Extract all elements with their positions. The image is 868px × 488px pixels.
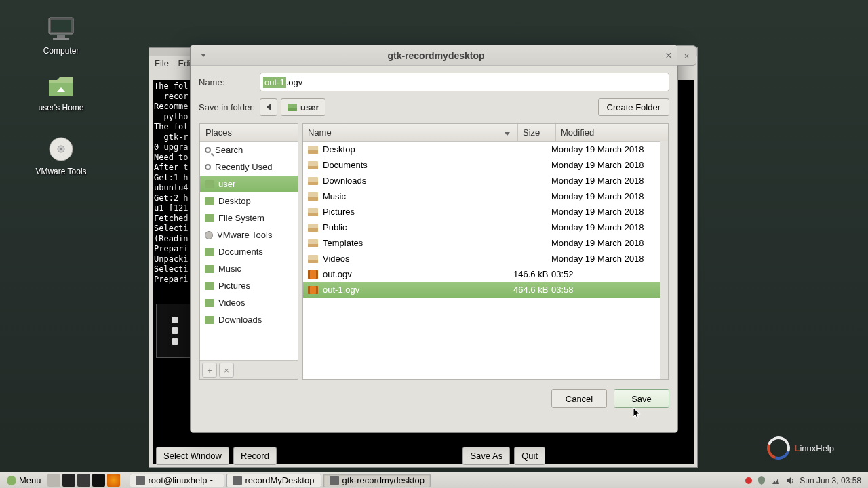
- places-item-videos[interactable]: Videos: [200, 294, 298, 311]
- linuxhelp-logo-icon: [764, 432, 794, 463]
- file-modified: Monday 19 March 2018: [551, 253, 663, 264]
- save-as-button[interactable]: Save As: [462, 447, 510, 465]
- desktop-icon-label: user's Home: [34, 103, 88, 113]
- taskbar-task-recordmydesktop[interactable]: recordMyDesktop: [226, 474, 321, 487]
- close-icon[interactable]: ×: [660, 49, 677, 62]
- file-row-public[interactable]: PublicMonday 19 March 2018: [303, 220, 668, 235]
- column-modified-header[interactable]: Modified: [556, 124, 668, 141]
- places-item-label: Music: [218, 264, 241, 274]
- folder-icon: [288, 104, 297, 111]
- file-row-downloads[interactable]: DownloadsMonday 19 March 2018: [303, 173, 668, 188]
- create-folder-button[interactable]: Create Folder: [598, 98, 669, 116]
- file-row-music[interactable]: MusicMonday 19 March 2018: [303, 188, 668, 204]
- file-modified: Monday 19 March 2018: [551, 238, 663, 248]
- folder-icon: [308, 239, 318, 247]
- svg-rect-1: [51, 20, 71, 32]
- shield-icon[interactable]: [757, 476, 766, 485]
- cancel-button[interactable]: Cancel: [551, 389, 607, 408]
- remove-bookmark-button[interactable]: ×: [219, 363, 234, 378]
- terminal-launcher-icon[interactable]: [62, 474, 75, 487]
- file-name: Documents: [323, 160, 513, 170]
- file-name: Desktop: [323, 144, 513, 155]
- desktop-icon-home[interactable]: user's Home: [34, 72, 88, 113]
- places-item-label: Desktop: [218, 196, 251, 206]
- video-icon: [308, 286, 318, 294]
- volume-icon[interactable]: [785, 476, 795, 485]
- files-launcher-icon[interactable]: [77, 474, 90, 487]
- folder-icon: [205, 248, 214, 256]
- file-row-documents[interactable]: DocumentsMonday 19 March 2018: [303, 157, 668, 173]
- places-item-label: VMware Tools: [217, 230, 272, 240]
- file-list-scrollbar[interactable]: [660, 141, 668, 379]
- column-size-header[interactable]: Size: [518, 124, 556, 141]
- task-label: recordMyDesktop: [245, 475, 315, 485]
- file-row-pictures[interactable]: PicturesMonday 19 March 2018: [303, 204, 668, 220]
- svg-point-6: [60, 148, 62, 150]
- places-panel: Places SearchRecently UseduserDesktopFil…: [199, 123, 298, 380]
- places-item-search[interactable]: Search: [200, 142, 298, 159]
- filename-input[interactable]: out-1.ogv: [260, 73, 669, 92]
- record-button[interactable]: Record: [233, 447, 277, 465]
- path-crumb-user[interactable]: user: [281, 98, 326, 116]
- file-modified: 03:52: [551, 269, 663, 279]
- places-item-documents[interactable]: Documents: [200, 243, 298, 260]
- places-item-recently-used[interactable]: Recently Used: [200, 159, 298, 176]
- select-window-button[interactable]: Select Window: [156, 447, 229, 465]
- show-desktop-icon[interactable]: [47, 474, 60, 487]
- folder-icon: [205, 197, 214, 205]
- network-icon[interactable]: [771, 476, 781, 485]
- add-bookmark-button[interactable]: +: [202, 363, 217, 378]
- folder-icon: [205, 214, 214, 222]
- path-back-button[interactable]: [260, 98, 277, 116]
- folder-icon: [308, 161, 318, 169]
- svg-rect-3: [53, 38, 69, 40]
- file-row-videos[interactable]: VideosMonday 19 March 2018: [303, 251, 668, 266]
- parent-close-icon[interactable]: ×: [677, 45, 696, 66]
- recordmydesktop-controls: Select Window Record Save As Quit: [156, 445, 549, 466]
- file-row-out-1-ogv[interactable]: out-1.ogv464.6 kB03:58: [303, 282, 668, 298]
- folder-icon: [308, 192, 318, 201]
- file-row-templates[interactable]: TemplatesMonday 19 March 2018: [303, 235, 668, 251]
- taskbar-task-gtk-recordmydesktop[interactable]: gtk-recordmydesktop: [323, 474, 431, 487]
- clock[interactable]: Sun Jun 3, 03:58: [800, 476, 861, 485]
- menu-button[interactable]: Menu: [3, 474, 45, 487]
- filename-selected-text: out-1: [263, 77, 286, 88]
- file-name: Pictures: [323, 207, 513, 217]
- file-modified: Monday 19 March 2018: [551, 191, 663, 201]
- desktop-icon-vmware[interactable]: VMware Tools: [34, 136, 88, 176]
- places-item-pictures[interactable]: Pictures: [200, 277, 298, 294]
- task-app-icon: [136, 476, 145, 485]
- terminal2-launcher-icon[interactable]: [92, 474, 105, 487]
- window-menu-icon[interactable]: [195, 49, 212, 62]
- taskbar-task-root-linuxhelp-[interactable]: root@linuxhelp ~: [130, 474, 224, 487]
- file-modified: Monday 19 March 2018: [551, 176, 663, 186]
- file-size: 146.6 kB: [513, 269, 551, 279]
- sort-indicator-icon: [505, 127, 513, 138]
- file-list[interactable]: DesktopMonday 19 March 2018DocumentsMond…: [303, 142, 668, 379]
- file-row-out-ogv[interactable]: out.ogv146.6 kB03:52: [303, 266, 668, 282]
- column-name-header[interactable]: Name: [303, 124, 518, 141]
- savein-label: Save in folder:: [199, 102, 260, 113]
- places-header: Places: [200, 124, 298, 142]
- places-item-file-system[interactable]: File System: [200, 209, 298, 226]
- file-list-panel: Name Size Modified DesktopMonday 19 Marc…: [302, 123, 669, 380]
- desktop-icon-computer[interactable]: Computer: [34, 15, 88, 56]
- menu-file[interactable]: File: [155, 58, 169, 68]
- places-item-vmware-tools[interactable]: VMware Tools: [200, 226, 298, 243]
- save-button[interactable]: Save: [614, 389, 669, 408]
- folder-icon: [205, 316, 214, 324]
- folder-icon: [205, 180, 214, 188]
- record-indicator-icon[interactable]: [745, 477, 752, 484]
- places-item-label: Downloads: [218, 314, 262, 325]
- quit-button[interactable]: Quit: [514, 447, 545, 465]
- dialog-title: gtk-recordmydesktop: [212, 50, 660, 61]
- places-item-music[interactable]: Music: [200, 260, 298, 277]
- filename-rest-text: .ogv: [286, 77, 303, 87]
- places-item-desktop[interactable]: Desktop: [200, 192, 298, 209]
- file-row-desktop[interactable]: DesktopMonday 19 March 2018: [303, 142, 668, 157]
- firefox-launcher-icon[interactable]: [107, 474, 120, 487]
- places-item-user[interactable]: user: [200, 176, 298, 192]
- video-icon: [308, 270, 318, 279]
- places-item-downloads[interactable]: Downloads: [200, 311, 298, 328]
- dialog-titlebar[interactable]: gtk-recordmydesktop ×: [191, 45, 677, 66]
